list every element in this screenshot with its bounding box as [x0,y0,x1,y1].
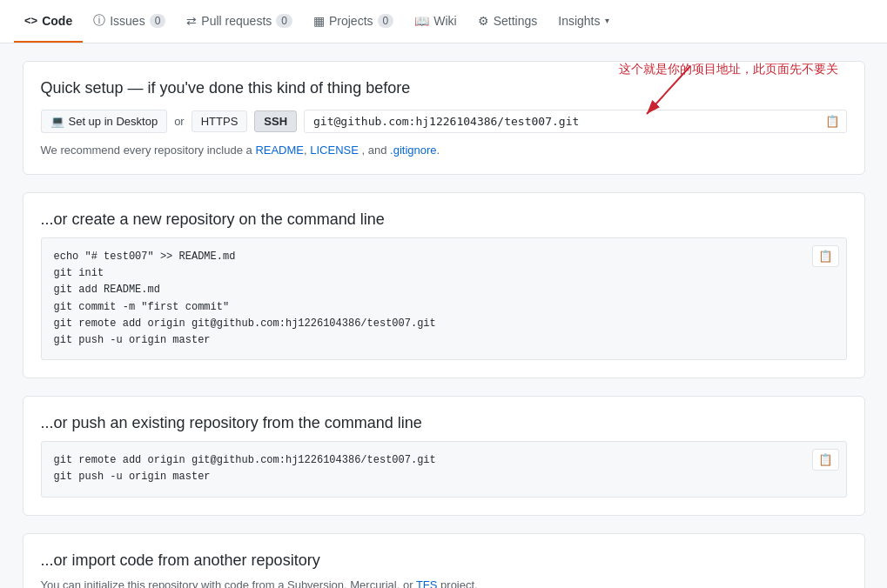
recommend-text: We recommend every repository include a … [41,144,847,157]
tab-projects[interactable]: ▦ Projects 0 [303,0,404,43]
desktop-icon: 💻 [50,115,64,128]
existing-repo-section: ...or push an existing repository from t… [23,396,865,515]
new-repo-section: ...or create a new repository on the com… [23,192,865,378]
copy-icon: 📋 [818,250,833,263]
ssh-button[interactable]: SSH [254,110,297,132]
setup-in-desktop-button[interactable]: 💻 Set up in Desktop [41,110,168,133]
main-content: Quick setup — if you've done this kind o… [9,61,879,588]
pull-requests-badge: 0 [276,14,292,28]
projects-icon: ▦ [313,14,325,28]
copy-existing-repo-button[interactable]: 📋 [812,449,839,471]
tab-wiki[interactable]: 📖 Wiki [404,0,467,43]
code-icon: <> [24,14,37,27]
tab-issues[interactable]: ⓘ Issues 0 [83,0,176,43]
gitignore-link[interactable]: .gitignore [390,144,436,157]
quick-setup-section: Quick setup — if you've done this kind o… [23,61,865,175]
tab-code[interactable]: <> Code [14,0,83,43]
quick-setup-title: Quick setup — if you've done this kind o… [41,79,847,97]
readme-link[interactable]: README [255,144,304,157]
setup-controls-row: 💻 Set up in Desktop or HTTPS SSH 这个就是你的项… [41,110,847,133]
top-navigation: <> Code ⓘ Issues 0 ⇄ Pull requests 0 ▦ P… [0,0,887,43]
projects-badge: 0 [378,14,394,28]
https-button[interactable]: HTTPS [192,110,248,132]
repo-url-input[interactable] [304,110,846,133]
tfs-link[interactable]: TFS [416,578,438,589]
url-input-wrapper: 这个就是你的项目地址，此页面先不要关 📋 [304,110,846,133]
existing-repo-code: git remote add origin git@github.com:hj1… [54,452,834,485]
or-text: or [174,115,185,128]
wiki-icon: 📖 [414,14,429,28]
copy-new-repo-button[interactable]: 📋 [812,245,839,267]
new-repo-code: echo "# test007" >> README.md git init g… [54,249,834,349]
new-repo-code-block: echo "# test007" >> README.md git init g… [41,237,847,360]
new-repo-title: ...or create a new repository on the com… [41,210,847,229]
import-title: ...or import code from another repositor… [41,551,847,570]
tab-settings[interactable]: ⚙ Settings [467,0,548,43]
import-description: You can initialize this repository with … [41,578,847,589]
issues-badge: 0 [150,14,166,28]
pull-requests-icon: ⇄ [186,14,197,28]
tab-pull-requests[interactable]: ⇄ Pull requests 0 [176,0,303,43]
license-link[interactable]: LICENSE [310,144,359,157]
settings-icon: ⚙ [478,14,489,28]
issues-icon: ⓘ [93,13,105,29]
annotation-text: 这个就是你的项目地址，此页面先不要关 [619,62,838,77]
chevron-down-icon: ▾ [605,16,609,25]
clipboard-icon: 📋 [825,115,840,128]
import-section: ...or import code from another repositor… [23,533,865,589]
existing-repo-title: ...or push an existing repository from t… [41,414,847,432]
copy-url-button[interactable]: 📋 [823,113,842,130]
existing-repo-code-block: git remote add origin git@github.com:hj1… [41,441,847,497]
copy-icon-2: 📋 [818,453,833,466]
tab-insights[interactable]: Insights ▾ [548,0,619,43]
